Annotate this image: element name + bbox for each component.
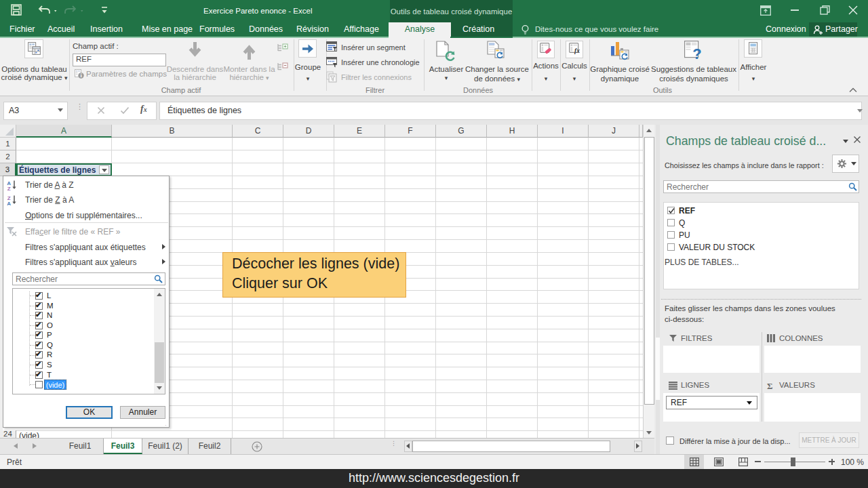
svg-text:?: ? bbox=[692, 45, 701, 61]
svg-text:fx: fx bbox=[574, 47, 580, 54]
svg-text:Z: Z bbox=[7, 186, 11, 191]
svg-text:A: A bbox=[7, 201, 11, 206]
